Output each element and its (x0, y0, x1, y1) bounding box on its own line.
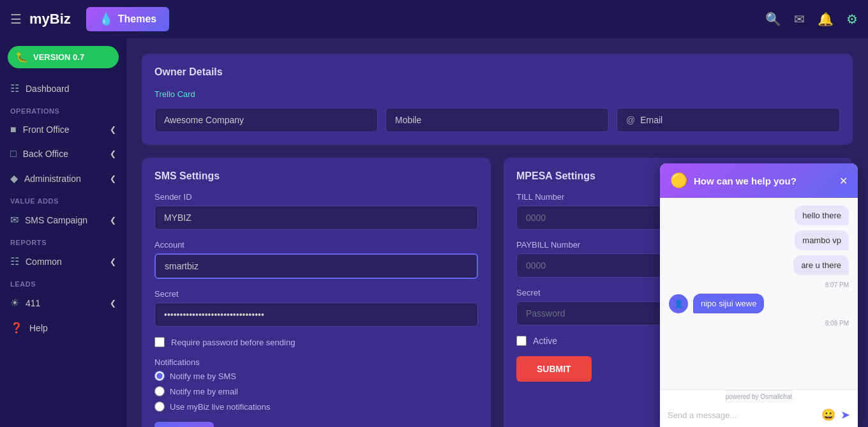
require-password-label: Require password before sending (171, 338, 295, 347)
chat-response-row: 👤 nipo sijui wewe (669, 294, 764, 313)
chat-message-3: are u there (793, 255, 849, 275)
notify-sms-label: Notify me by SMS (170, 371, 236, 381)
chat-message-input[interactable] (668, 410, 816, 420)
sms-campaign-arrow: ❮ (110, 216, 116, 225)
notify-email-row: Notify me by email (154, 386, 478, 396)
bell-icon[interactable]: 🔔 (818, 11, 834, 27)
themes-drop-icon: 💧 (99, 12, 113, 26)
front-office-arrow: ❮ (110, 125, 116, 134)
chat-header-title: How can we help you? (694, 176, 833, 186)
chat-response-bubble: nipo sijui wewe (693, 294, 764, 313)
sidebar-section-reports: REPORTS (0, 232, 126, 249)
email-placeholder: Email (640, 115, 662, 125)
version-label: VERSION 0.7 (33, 52, 84, 62)
account-input[interactable] (154, 253, 478, 279)
notify-mybiz-row: Use myBiz live notifications (154, 401, 478, 412)
chat-avatar: 👤 (669, 294, 688, 313)
chat-header: 🟡 How can we help you? ✕ (660, 163, 858, 198)
company-field: Awesome Company (154, 108, 378, 132)
chat-widget: 🟡 How can we help you? ✕ hello there mam… (660, 163, 858, 427)
notify-mybiz-label: Use myBiz live notifications (170, 402, 271, 412)
app-logo: myBiz (29, 11, 71, 27)
chat-messages: hello there mambo vp are u there 8:07 PM… (660, 198, 858, 389)
notify-sms-row: Notify me by SMS (154, 371, 478, 381)
sms-settings-card: SMS Settings Sender ID Account Secret Re… (142, 158, 491, 427)
top-nav: ☰ myBiz 💧 Themes 🔍 ✉ 🔔 ⚙ (0, 0, 868, 38)
nav-icons: 🔍 ✉ 🔔 ⚙ (765, 11, 858, 27)
front-office-label: Front Office (23, 124, 70, 135)
administration-arrow: ❮ (110, 174, 116, 183)
hamburger-icon[interactable]: ☰ (10, 11, 22, 27)
sms-campaign-icon: ✉ (10, 214, 19, 226)
sms-campaign-label: SMS Campaign (25, 215, 87, 225)
back-office-icon: □ (10, 148, 17, 160)
help-icon: ❓ (10, 322, 23, 334)
gear-icon[interactable]: ⚙ (846, 11, 858, 27)
secret-group: Secret (154, 289, 478, 327)
sidebar-item-dashboard[interactable]: ☷ Dashboard (0, 76, 126, 101)
sidebar-item-help[interactable]: ❓ Help (0, 315, 126, 340)
save-button[interactable]: SAVE (154, 422, 214, 427)
leads-411-arrow: ❮ (110, 299, 116, 308)
active-label: Active (533, 336, 557, 346)
mail-icon[interactable]: ✉ (794, 11, 805, 27)
administration-icon: ◆ (10, 172, 18, 184)
chat-close-button[interactable]: ✕ (839, 175, 848, 187)
themes-button[interactable]: 💧 Themes (86, 7, 169, 31)
at-icon: @ (626, 115, 635, 125)
themes-label: Themes (118, 13, 156, 25)
sidebar-section-leads: LEADS (0, 274, 126, 290)
sender-id-input[interactable] (154, 206, 478, 230)
back-office-label: Back Office (23, 149, 68, 159)
notify-sms-radio[interactable] (154, 371, 165, 381)
sidebar-item-common[interactable]: ☷ Common ❮ (0, 249, 126, 274)
back-office-arrow: ❮ (110, 149, 116, 158)
github-icon: 🐛 (15, 51, 28, 63)
owner-details-title: Owner Details (154, 66, 840, 78)
common-label: Common (26, 257, 62, 267)
chat-input-row: 😀 ➤ (660, 403, 858, 427)
email-field: @ Email (617, 108, 840, 132)
common-arrow: ❮ (110, 257, 116, 266)
chat-message-2: mambo vp (795, 230, 849, 250)
version-badge[interactable]: 🐛 VERSION 0.7 (8, 46, 119, 68)
sidebar-section-operations: OPERATIONS (0, 101, 126, 117)
notify-mybiz-radio[interactable] (154, 401, 165, 412)
sidebar-item-411[interactable]: ☀ 411 ❮ (0, 290, 126, 315)
dashboard-icon: ☷ (10, 82, 19, 94)
active-checkbox[interactable] (516, 336, 527, 346)
sidebar-section-value-adds: VALUE ADDS (0, 191, 126, 207)
notify-email-label: Notify me by email (170, 387, 238, 396)
require-password-checkbox[interactable] (154, 337, 165, 347)
chat-input-area: powered by Osmallchat 😀 ➤ (660, 389, 858, 427)
leads-411-label: 411 (26, 298, 40, 308)
search-icon[interactable]: 🔍 (765, 11, 781, 27)
trello-card-link[interactable]: Trello Card (154, 89, 195, 99)
sidebar-item-administration[interactable]: ◆ Administration ❮ (0, 166, 126, 191)
chat-header-icon: 🟡 (670, 172, 687, 189)
submit-button[interactable]: SUBMIT (516, 356, 592, 382)
owner-fields: Awesome Company Mobile @ Email (154, 108, 840, 132)
sidebar-item-back-office[interactable]: □ Back Office ❮ (0, 142, 126, 166)
sidebar: 🐛 VERSION 0.7 ☷ Dashboard OPERATIONS ■ F… (0, 38, 126, 427)
chat-time-2: 8:08 PM (825, 320, 849, 327)
account-label: Account (154, 240, 478, 250)
chat-time-1: 8:07 PM (825, 281, 849, 288)
secret-input[interactable] (154, 303, 478, 327)
mobile-field: Mobile (385, 108, 609, 132)
sender-id-label: Sender ID (154, 192, 478, 202)
common-icon: ☷ (10, 255, 19, 267)
require-password-row: Require password before sending (154, 337, 478, 347)
emoji-button[interactable]: 😀 (821, 408, 835, 422)
sms-settings-title: SMS Settings (154, 170, 478, 182)
help-label: Help (29, 323, 48, 333)
sidebar-item-front-office[interactable]: ■ Front Office ❮ (0, 117, 126, 142)
notify-email-radio[interactable] (154, 386, 165, 396)
administration-label: Administration (24, 174, 81, 184)
sidebar-item-sms-campaign[interactable]: ✉ SMS Campaign ❮ (0, 207, 126, 232)
notifications-label: Notifications (154, 357, 478, 367)
account-group: Account (154, 240, 478, 279)
owner-details-card: Owner Details Trello Card Awesome Compan… (142, 54, 853, 145)
chat-message-1: hello there (795, 206, 849, 225)
send-button[interactable]: ➤ (841, 408, 850, 422)
